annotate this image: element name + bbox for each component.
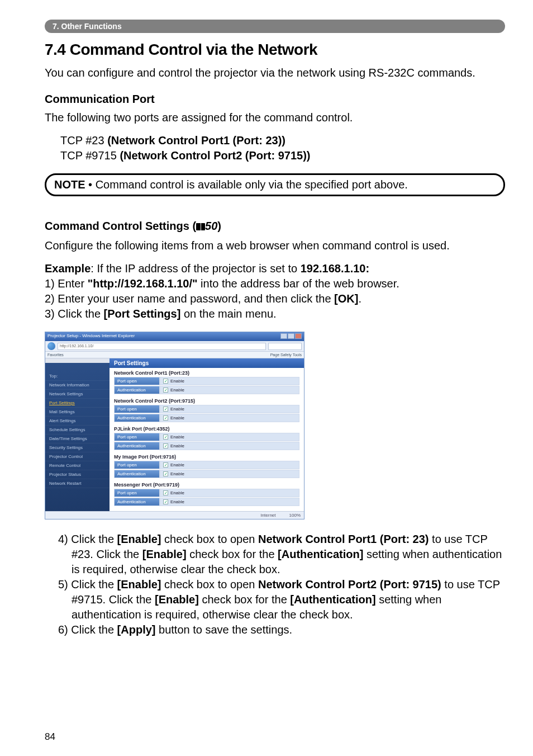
search-icon <box>268 343 302 350</box>
ss-row-label: Authentication <box>114 414 160 422</box>
checkbox-icon: ✓ <box>163 434 168 440</box>
s2c: . <box>358 292 361 305</box>
ss-group: Network Control Port1 (Port:23) Port ope… <box>110 368 304 396</box>
s6a: 6) Click the <box>58 623 117 636</box>
ss-row: Port open✓Enable <box>114 433 299 441</box>
ss-group-title: Network Control Port2 (Port:9715) <box>114 398 299 404</box>
s5d: Network Control Port2 (Port: 9715) <box>258 578 441 590</box>
s3c: on the main menu. <box>180 308 276 320</box>
s4a: 4) Click the <box>58 533 117 545</box>
ss-row: Authentication✓Enable <box>114 498 299 506</box>
steps-block-2: 4) Click the [Enable] check box to open … <box>45 532 505 637</box>
ss-row: Port open✓Enable <box>114 461 299 469</box>
port-line-2: TCP #9715 (Network Control Port2 (Port: … <box>60 148 505 163</box>
note-text: • Command control is available only via … <box>85 178 408 191</box>
sidebar-item: Network Settings <box>45 390 110 399</box>
ss-row-label: Port open <box>114 489 160 497</box>
ss-toolbar: Favorites Page Safety Tools <box>45 352 304 358</box>
ss-group-title: Messenger Port (Port:9719) <box>114 482 299 488</box>
settings-intro: Configure the following items from a web… <box>45 238 505 253</box>
ss-window-buttons <box>280 333 302 340</box>
checkbox-icon: ✓ <box>163 379 168 384</box>
sidebar-item: Top: <box>45 372 110 381</box>
ss-group-title: PJLink Port (Port:4352) <box>114 426 299 432</box>
ss-row-value: ✓Enable <box>160 405 299 413</box>
s5f: [Enable] <box>155 593 199 606</box>
ss-row: Port open✓Enable <box>114 377 299 385</box>
sidebar-item: Projector Control <box>45 452 110 461</box>
settings-page-ref: 50 <box>205 220 217 232</box>
ss-row-label: Authentication <box>114 498 160 506</box>
s6b: [Apply] <box>117 623 156 636</box>
s3a: 3) Click the <box>45 308 104 320</box>
step-4: 4) Click the [Enable] check box to open … <box>45 532 505 577</box>
ss-enable: Enable <box>170 407 184 412</box>
port1-prefix: TCP #23 <box>60 134 107 147</box>
checkbox-icon: ✓ <box>163 490 168 495</box>
port-list: TCP #23 (Network Control Port1 (Port: 23… <box>60 133 505 163</box>
section-title: 7.4 Command Control via the Network <box>45 41 505 59</box>
ss-enable: Enable <box>170 443 184 448</box>
page-number: 84 <box>45 731 55 743</box>
ss-window-title: Projector Setup - Windows Internet Explo… <box>47 333 135 340</box>
s4g: check box for the <box>187 548 278 560</box>
note-label: NOTE <box>54 178 85 191</box>
sidebar-item: Security Settings <box>45 443 110 452</box>
ss-enable: Enable <box>170 471 184 476</box>
ss-row-label: Authentication <box>114 386 160 394</box>
sidebar-item: Network Information <box>45 381 110 390</box>
chapter-band: 7. Other Functions <box>45 20 505 33</box>
s4d: Network Control Port1 (Port: 23) <box>258 533 429 545</box>
port2-prefix: TCP #9715 <box>60 149 120 162</box>
sidebar-item: Date/Time Settings <box>45 434 110 443</box>
ss-enable: Enable <box>170 499 184 504</box>
ss-row: Authentication✓Enable <box>114 386 299 394</box>
settings-heading-post: ) <box>217 220 221 232</box>
port-line-1: TCP #23 (Network Control Port1 (Port: 23… <box>60 133 505 148</box>
s1c: into the address bar of the web browser. <box>198 277 399 290</box>
example-line: Example: If the IP address of the projec… <box>45 261 505 276</box>
checkbox-icon: ✓ <box>163 462 168 467</box>
ss-enable: Enable <box>170 434 184 440</box>
s2b: [OK] <box>334 292 358 305</box>
s3b: [Port Settings] <box>104 308 181 320</box>
ss-row-label: Port open <box>114 433 160 441</box>
ss-row-value: ✓Enable <box>160 470 299 478</box>
ss-pane-title: Port Settings <box>110 358 304 368</box>
ss-row: Authentication✓Enable <box>114 470 299 478</box>
ss-enable: Enable <box>170 490 184 495</box>
ss-enable: Enable <box>170 462 184 467</box>
s5g: check box for the <box>199 593 290 606</box>
port-settings-screenshot: Projector Setup - Windows Internet Explo… <box>45 332 304 519</box>
ss-group: Messenger Port (Port:9719) Port open✓Ena… <box>110 480 304 508</box>
port2-bold: (Network Control Port2 (Port: 9715)) <box>120 149 310 162</box>
checkbox-icon: ✓ <box>163 407 168 412</box>
ss-row: Port open✓Enable <box>114 405 299 413</box>
s4c: check box to open <box>161 533 258 545</box>
ss-status-bar: Internet 100% <box>45 511 304 519</box>
s5b: [Enable] <box>117 578 161 590</box>
checkbox-icon: ✓ <box>163 499 168 504</box>
sidebar-item: Network Restart <box>45 479 110 488</box>
port1-bold: (Network Control Port1 (Port: 23)) <box>107 134 285 147</box>
sidebar-item: Remote Control <box>45 461 110 470</box>
checkbox-icon: ✓ <box>163 443 168 448</box>
sidebar-item: Mail Settings <box>45 408 110 417</box>
ss-group: Network Control Port2 (Port:9715) Port o… <box>110 396 304 424</box>
ss-row: Authentication✓Enable <box>114 414 299 422</box>
ss-enable: Enable <box>170 379 184 384</box>
ss-row-value: ✓Enable <box>160 461 299 469</box>
s4h: [Authentication] <box>278 548 363 560</box>
step-6: 6) Click the [Apply] button to save the … <box>45 622 505 637</box>
ss-row-label: Authentication <box>114 470 160 478</box>
ss-enable: Enable <box>170 388 184 393</box>
ss-enable: Enable <box>170 415 184 420</box>
step-2: 2) Enter your user name and password, an… <box>45 291 505 306</box>
checkbox-icon: ✓ <box>163 471 168 476</box>
sidebar-item-port-settings: Port Settings <box>45 399 110 408</box>
ss-row-label: Port open <box>114 405 160 413</box>
back-icon <box>47 342 55 350</box>
step-3: 3) Click the [Port Settings] on the main… <box>45 306 505 322</box>
ss-row-value: ✓Enable <box>160 377 299 385</box>
s4b: [Enable] <box>117 533 161 545</box>
